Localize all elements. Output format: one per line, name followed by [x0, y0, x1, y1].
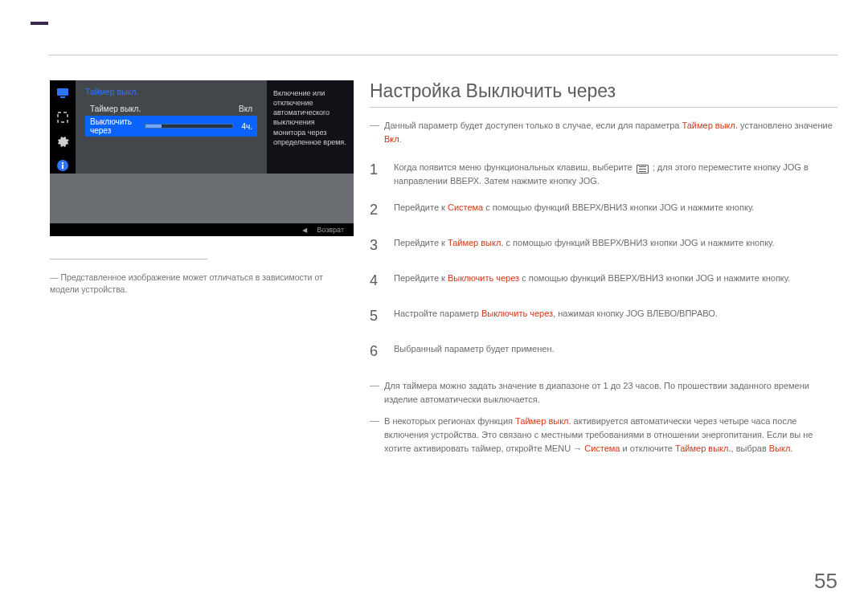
osd-title: Таймер выкл.	[85, 87, 257, 96]
em-text: Выключить через	[481, 309, 553, 318]
step-6: Выбранный параметр будет применен.	[370, 336, 837, 371]
title-rule	[370, 107, 837, 108]
text: Настройте параметр	[394, 309, 481, 318]
text: Для таймера можно задать значение в диап…	[384, 379, 837, 407]
osd-row-value: Вкл	[239, 104, 252, 113]
text: , выбрав	[731, 443, 769, 453]
svg-rect-4	[62, 165, 63, 169]
em-text: Система	[448, 202, 483, 212]
step-1: Когда появится меню функциональных клави…	[370, 154, 837, 194]
osd-row-timer: Таймер выкл. Вкл	[85, 103, 257, 115]
svg-rect-0	[57, 88, 68, 96]
page-number: 55	[814, 569, 837, 594]
em-text: Таймер выкл.	[682, 121, 739, 130]
intro-note: ― Данный параметр будет доступен только …	[370, 119, 837, 146]
menu-icon	[637, 165, 649, 174]
em-text: Выключить через	[448, 273, 519, 283]
footnote-dash: ―	[50, 272, 60, 282]
osd-row-label: Таймер выкл.	[90, 104, 141, 113]
text: Выбранный параметр будет применен.	[394, 342, 555, 356]
svg-rect-1	[60, 96, 65, 98]
em-text: Таймер выкл.	[448, 238, 504, 247]
osd-row-label: Выключить через	[90, 117, 138, 135]
gear-icon	[55, 133, 71, 149]
caption-text: Представленное изображение может отличат…	[50, 272, 323, 294]
text: Перейдите к	[394, 273, 448, 283]
osd-preview-area	[50, 174, 354, 223]
text: В некоторых регионах функция	[384, 416, 515, 426]
footnote-dash: ―	[370, 416, 379, 426]
text: Данный параметр будет доступен только в …	[384, 121, 682, 130]
footnote-1: ― Для таймера можно задать значение в ди…	[370, 379, 837, 407]
text: и отключите	[620, 443, 676, 453]
text: Перейдите к	[394, 238, 448, 247]
frame-icon	[55, 109, 71, 125]
text: .	[790, 443, 792, 453]
caption-rule	[50, 259, 207, 260]
osd-caption: ― Представленное изображение может отлич…	[50, 272, 339, 296]
osd-menu: Таймер выкл. Таймер выкл. Вкл Выключить …	[76, 80, 267, 174]
text: с помощью функций ВВЕРХ/ВНИЗ кнопки JOG …	[503, 238, 774, 247]
monitor-icon	[55, 85, 71, 101]
osd-nav-left-icon: ◀	[302, 227, 307, 234]
svg-rect-2	[58, 112, 68, 122]
header-rule	[48, 55, 837, 55]
osd-sidebar	[50, 80, 76, 174]
em-text: Выкл	[769, 443, 791, 453]
text: установлено значение	[738, 121, 833, 130]
svg-rect-5	[62, 162, 63, 164]
step-5: Настройте параметр Выключить через, нажи…	[370, 300, 837, 336]
step-3: Перейдите к Таймер выкл. с помощью функц…	[370, 230, 837, 265]
text: .	[399, 134, 402, 144]
text: Перейдите к	[394, 202, 448, 212]
steps-list: Когда появится меню функциональных клави…	[370, 154, 837, 371]
step-4: Перейдите к Выключить через с помощью фу…	[370, 265, 837, 300]
text: Когда появится меню функциональных клави…	[394, 162, 635, 172]
page-title: Настройка Выключить через	[370, 80, 837, 102]
text: с помощью функций ВВЕРХ/ВНИЗ кнопки JOG …	[519, 273, 790, 283]
step-2: Перейдите к Система с помощью функций ВВ…	[370, 194, 837, 230]
osd-footer-return: Возврат	[317, 226, 344, 234]
em-text: Вкл	[384, 134, 399, 144]
osd-slider	[145, 124, 233, 129]
osd-footer: ◀ Возврат	[50, 223, 354, 236]
header-stripe	[0, 22, 868, 25]
footnote-dash: ―	[370, 381, 379, 390]
osd-description: Включение или отключение автоматического…	[267, 80, 354, 174]
footnote-2: ― В некоторых регионах функция Таймер вы…	[370, 415, 837, 456]
info-icon	[55, 157, 71, 174]
osd-row-value: 4ч.	[241, 122, 252, 131]
osd-row-turnoff-selected: Выключить через 4ч.	[85, 116, 257, 137]
osd-screenshot: Таймер выкл. Таймер выкл. Вкл Выключить …	[50, 80, 354, 236]
text: с помощью функций ВВЕРХ/ВНИЗ кнопки JOG …	[483, 202, 754, 212]
text: , нажимая кнопку JOG ВЛЕВО/ВПРАВО.	[553, 309, 718, 318]
footnote-dash: ―	[370, 121, 379, 130]
em-text: Таймер выкл.	[515, 416, 571, 426]
em-text: Таймер выкл.	[675, 443, 731, 453]
em-text: Система	[584, 443, 620, 453]
